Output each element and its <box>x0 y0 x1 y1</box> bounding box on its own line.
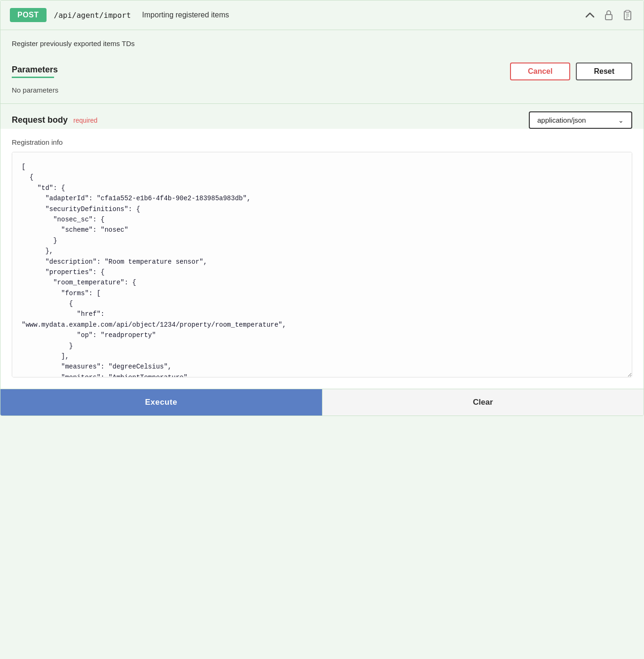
collapse-icon[interactable] <box>583 8 597 22</box>
parameters-title: Parameters <box>12 65 58 75</box>
cancel-button[interactable]: Cancel <box>510 63 570 80</box>
api-panel: POST /api/agent/import Importing registe… <box>0 0 644 416</box>
content-type-select[interactable]: application/json ⌄ <box>529 111 632 129</box>
parameters-title-container: Parameters <box>12 65 58 78</box>
parameters-header: Parameters Cancel Reset <box>12 55 632 80</box>
endpoint-description: Importing registered items <box>142 11 229 19</box>
content-area: Registration info <box>0 129 644 389</box>
panel-description: Register previously exported items TDs <box>0 30 644 55</box>
execute-button[interactable]: Execute <box>0 389 322 416</box>
svg-rect-0 <box>605 15 612 20</box>
clipboard-icon[interactable] <box>621 8 634 22</box>
parameters-section: Parameters Cancel Reset No parameters <box>0 55 644 103</box>
clear-button[interactable]: Clear <box>322 389 644 416</box>
request-body-title: Request body <box>12 115 68 125</box>
chevron-down-icon: ⌄ <box>618 117 624 124</box>
method-badge: POST <box>10 8 47 22</box>
parameters-underline <box>12 77 54 78</box>
panel-header: POST /api/agent/import Importing registe… <box>0 0 644 30</box>
parameters-buttons: Cancel Reset <box>510 63 632 80</box>
required-badge: required <box>73 117 97 124</box>
registration-info-label: Registration info <box>12 138 632 146</box>
reset-button[interactable]: Reset <box>576 63 632 80</box>
no-parameters-text: No parameters <box>12 80 632 103</box>
request-body-section: Request body required application/json ⌄ <box>0 104 644 129</box>
content-type-value: application/json <box>537 116 586 124</box>
request-body-header: Request body required application/json ⌄ <box>12 111 632 129</box>
endpoint-path: /api/agent/import <box>54 11 131 20</box>
request-body-textarea[interactable] <box>12 152 632 377</box>
lock-icon[interactable] <box>602 8 615 22</box>
bottom-buttons: Execute Clear <box>0 389 644 416</box>
header-icons <box>583 8 634 22</box>
svg-rect-2 <box>626 10 629 12</box>
